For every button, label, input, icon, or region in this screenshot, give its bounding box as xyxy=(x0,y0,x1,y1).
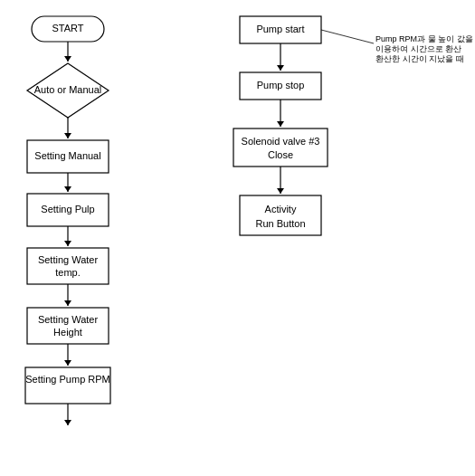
svg-marker-27 xyxy=(277,121,284,127)
annotation-line1: Pump RPM과 물 높이 값을 xyxy=(375,34,473,43)
svg-marker-30 xyxy=(277,188,284,194)
solenoid-close-label2: Close xyxy=(268,149,293,160)
pump-stop-label: Pump stop xyxy=(257,80,305,90)
setting-water-temp-label: Setting Water xyxy=(38,254,99,265)
setting-water-height-label2: Height xyxy=(53,327,82,338)
svg-rect-28 xyxy=(233,129,328,167)
activity-run-label: Activity xyxy=(265,204,297,214)
setting-manual-label: Setting Manual xyxy=(34,150,100,161)
start-label: START xyxy=(52,23,83,33)
auto-manual-label: Auto or Manual xyxy=(34,84,102,95)
solenoid-close-label: Solenoid valve #3 xyxy=(242,136,320,147)
svg-marker-5 xyxy=(64,133,71,138)
setting-water-temp-label2: temp. xyxy=(55,267,81,278)
activity-run-label2: Run Button xyxy=(255,218,305,229)
svg-marker-14 xyxy=(64,300,71,306)
svg-marker-24 xyxy=(277,65,284,71)
setting-pump-rpm-label: Setting Pump RPM xyxy=(25,374,110,385)
svg-rect-31 xyxy=(240,195,321,235)
pump-start-label: Pump start xyxy=(256,24,304,34)
flowchart: START Auto or Manual Setting Manual Sett… xyxy=(0,0,475,476)
svg-marker-8 xyxy=(64,186,71,192)
svg-marker-17 xyxy=(64,360,71,366)
annotation-line3: 환산한 시간이 지났을 때 xyxy=(375,54,464,63)
setting-water-height-label: Setting Water xyxy=(38,314,99,325)
svg-marker-2 xyxy=(64,56,71,62)
setting-pulp-label: Setting Pulp xyxy=(41,204,94,214)
svg-line-22 xyxy=(321,30,374,43)
svg-marker-20 xyxy=(64,420,71,425)
svg-marker-11 xyxy=(64,241,71,246)
annotation-line2: 이용하여 시간으로 환산 xyxy=(375,44,461,53)
